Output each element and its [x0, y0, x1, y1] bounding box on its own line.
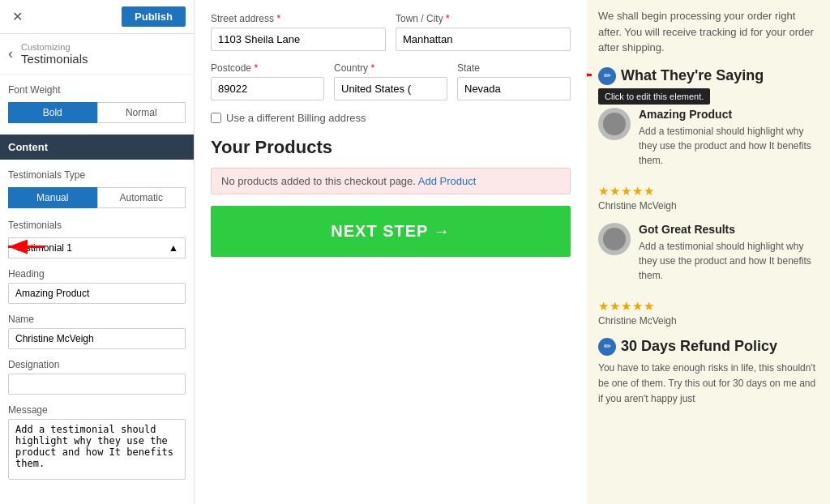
- avatar-2: [598, 223, 631, 255]
- message-field-group: Message Add a testimonial should highlig…: [8, 404, 186, 482]
- country-field: Country *: [334, 62, 447, 100]
- country-label: Country *: [334, 62, 447, 74]
- testimonial-2-body: Add a testimonial should highlight why t…: [639, 239, 819, 283]
- testimonial-2-stars: ★★★★★: [598, 299, 819, 314]
- customizing-section: ‹ Customizing Testimonials: [0, 34, 194, 75]
- testimonial-1-heading: Amazing Product: [639, 108, 819, 121]
- postcode-label: Postcode *: [211, 62, 324, 74]
- top-bar: ✕ Publish: [0, 0, 194, 34]
- designation-field-group: Designation: [8, 359, 186, 395]
- billing-check-row: Use a different Billing address: [211, 112, 571, 124]
- font-weight-group: Font Weight Bold Normal: [8, 84, 186, 123]
- city-field: Town / City *: [396, 13, 571, 51]
- designation-input[interactable]: [8, 374, 186, 395]
- testimonial-2-reviewer: Christine McVeigh: [598, 315, 819, 327]
- type-toggle: Manual Automatic: [8, 187, 186, 208]
- name-field-group: Name: [8, 314, 186, 349]
- close-button[interactable]: ✕: [8, 8, 26, 26]
- testimonials-type-group: Testimonials Type Manual Automatic: [8, 169, 186, 208]
- no-products-bar: No products added to this checkout page.…: [211, 168, 571, 194]
- country-input[interactable]: [334, 77, 447, 100]
- customizing-title: Testimonials: [21, 52, 88, 66]
- testimonial-1-body: Add a testimonial should highlight why t…: [639, 124, 819, 168]
- city-label: Town / City *: [396, 13, 571, 24]
- refund-body: You have to take enough risks in life, t…: [598, 361, 819, 408]
- state-input[interactable]: [457, 77, 571, 100]
- street-label: Street address *: [211, 13, 386, 24]
- right-panel: We shall begin processing your order rig…: [587, 0, 830, 504]
- avatar-inner-1: [603, 113, 626, 135]
- name-field-label: Name: [8, 314, 186, 325]
- content-bar: Content: [0, 135, 194, 160]
- testimonials-section-label: Testimonials: [8, 220, 186, 231]
- postcode-required: *: [254, 62, 258, 74]
- manual-button[interactable]: Manual: [8, 187, 97, 208]
- left-panel: ✕ Publish ‹ Customizing Testimonials Fon…: [0, 0, 195, 504]
- testimonial-1-reviewer: Christine McVeigh: [598, 200, 819, 211]
- normal-button[interactable]: Normal: [97, 102, 186, 123]
- dropdown-arrow-icon: ▲: [169, 242, 178, 254]
- heading-input[interactable]: [8, 283, 186, 304]
- what-saying-title: What They're Saying: [621, 67, 764, 84]
- what-saying-section: ✏ What They're Saying Click to edit t: [598, 67, 819, 85]
- edit-tooltip: Click to edit this element.: [598, 88, 710, 105]
- bold-button[interactable]: Bold: [8, 102, 97, 123]
- billing-label: Use a different Billing address: [226, 112, 366, 124]
- red-arrow-annotation: [0, 235, 49, 262]
- testimonials-type-label: Testimonials Type: [8, 169, 186, 181]
- testimonial-1-stars: ★★★★★: [598, 184, 819, 199]
- avatar-inner-2: [603, 228, 626, 250]
- edit-icon[interactable]: ✏: [598, 67, 616, 85]
- refund-section: ✏ 30 Days Refund Policy You have to take…: [598, 338, 819, 408]
- country-required: *: [370, 62, 374, 74]
- refund-title-row: ✏ 30 Days Refund Policy: [598, 338, 819, 356]
- heading-field-label: Heading: [8, 268, 186, 280]
- street-input[interactable]: [211, 28, 386, 51]
- heading-field-group: Heading: [8, 268, 186, 304]
- next-step-button[interactable]: NEXT STEP →: [211, 206, 571, 257]
- intro-text: We shall begin processing your order rig…: [598, 0, 819, 67]
- middle-panel: Street address * Town / City *: [195, 0, 587, 504]
- state-field: State: [457, 62, 571, 100]
- testimonial-item-2: Got Great Results Add a testimonial shou…: [598, 223, 819, 288]
- testimonial-2-heading: Got Great Results: [639, 223, 819, 236]
- billing-checkbox[interactable]: [211, 113, 221, 123]
- street-required: *: [276, 13, 280, 24]
- state-label: State: [457, 62, 571, 74]
- panel-scroll: Font Weight Bold Normal Content Testimon…: [0, 75, 194, 504]
- checkout-form: Street address * Town / City *: [195, 0, 587, 278]
- message-textarea[interactable]: Add a testimonial should highlight why t…: [8, 419, 186, 480]
- postcode-field: Postcode *: [211, 62, 324, 100]
- testimonial-dropdown-container: Testimonial 1 ▲: [8, 237, 186, 258]
- name-input[interactable]: [8, 328, 186, 349]
- back-arrow-icon[interactable]: ‹: [8, 45, 13, 62]
- designation-field-label: Designation: [8, 359, 186, 370]
- refund-title: 30 Days Refund Policy: [621, 338, 777, 355]
- city-input[interactable]: [396, 28, 571, 51]
- postcode-input[interactable]: [211, 77, 324, 100]
- right-arrow-annotation: [587, 62, 598, 89]
- avatar-1: [598, 108, 631, 140]
- testimonial-item-1: Amazing Product Add a testimonial should…: [598, 108, 819, 173]
- testimonial-1-text-block: Amazing Product Add a testimonial should…: [639, 108, 819, 173]
- what-saying-heading-row: ✏ What They're Saying: [598, 67, 819, 85]
- automatic-button[interactable]: Automatic: [97, 187, 186, 208]
- no-products-text: No products added to this checkout page.: [221, 175, 416, 187]
- customizing-label: Customizing: [21, 42, 88, 52]
- message-field-label: Message: [8, 404, 186, 416]
- font-weight-label: Font Weight: [8, 84, 186, 96]
- street-field: Street address *: [211, 13, 386, 51]
- testimonial-2-text-block: Got Great Results Add a testimonial shou…: [639, 223, 819, 288]
- your-products-title: Your Products: [211, 137, 571, 158]
- street-city-row: Street address * Town / City *: [211, 13, 571, 51]
- publish-button[interactable]: Publish: [122, 6, 186, 27]
- refund-edit-icon[interactable]: ✏: [598, 338, 616, 356]
- postcode-country-state-row: Postcode * Country * State: [211, 62, 571, 100]
- font-weight-toggle: Bold Normal: [8, 102, 186, 123]
- city-required: *: [446, 13, 450, 24]
- add-product-link[interactable]: Add Product: [418, 175, 477, 187]
